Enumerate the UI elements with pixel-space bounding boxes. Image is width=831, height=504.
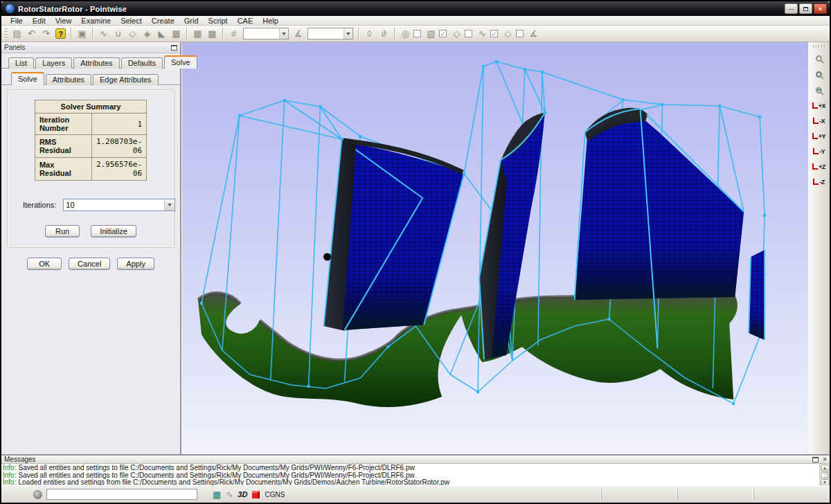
menu-script[interactable]: Script [204, 16, 233, 26]
selected-point-marker[interactable] [323, 253, 331, 261]
close-messages-icon[interactable]: × [823, 456, 827, 463]
iterations-combo[interactable] [63, 199, 175, 211]
panels-title: Panels [4, 44, 26, 51]
toolbar-drag-handle[interactable] [5, 28, 8, 40]
cae-format-label: CGNS [265, 491, 285, 498]
dimension-indicator: 3D [238, 490, 247, 498]
run-button[interactable]: Run [45, 225, 80, 237]
tab-defaults[interactable]: Defaults [121, 57, 163, 69]
subtab-attributes[interactable]: Attributes [46, 74, 91, 85]
show-database-icon[interactable]: ◎ [398, 27, 413, 41]
structured-grid-icon[interactable]: ▦ [190, 27, 205, 41]
close-button[interactable]: × [814, 3, 827, 14]
toolbar-drag-handle[interactable] [813, 45, 825, 48]
undo-icon[interactable]: ↶ [24, 27, 39, 41]
table-row: RMS Residual 1.208703e-06 [35, 135, 146, 158]
message-log[interactable]: Info:Saved all entities and settings to … [1, 464, 819, 487]
tab-solve[interactable]: Solve [164, 55, 197, 69]
create-connector-icon[interactable]: ∿ [96, 27, 111, 41]
messages-title: Messages [4, 456, 36, 463]
spacing-combo[interactable] [307, 28, 353, 39]
menu-select[interactable]: Select [116, 16, 147, 26]
menu-create[interactable]: Create [147, 16, 179, 26]
viewport-3d-scene[interactable] [182, 42, 808, 454]
restore-button[interactable] [799, 3, 812, 14]
viewport-3d[interactable] [181, 42, 807, 454]
dimension-combo-arrow[interactable] [279, 28, 288, 39]
scrollbar-thumb[interactable] [821, 472, 830, 478]
partial-derivative-icon[interactable]: ∂ [377, 27, 391, 41]
view-minus-z-button[interactable]: -Z [810, 174, 828, 189]
titlebar[interactable]: RotorStatorRotor - Pointwise — × [1, 1, 830, 16]
messages-header: Messages × [1, 456, 830, 464]
iterations-input[interactable] [64, 199, 164, 210]
view-minus-y-button[interactable]: -Y [810, 144, 828, 159]
help-icon[interactable]: ? [53, 27, 68, 41]
view-minus-x-button[interactable]: -X [810, 114, 828, 128]
subtab-edge-attributes[interactable]: Edge Attributes [93, 74, 159, 85]
zoom-icon[interactable] [811, 51, 828, 66]
tab-attributes[interactable]: Attributes [73, 57, 119, 69]
menu-edit[interactable]: Edit [28, 16, 51, 26]
create-curve-icon[interactable]: ∪ [111, 27, 125, 41]
save-icon[interactable]: ▤ [10, 27, 24, 41]
messages-scrollbar[interactable]: ▲ ▼ [819, 464, 830, 487]
menu-cae[interactable]: CAE [233, 16, 258, 26]
view-plus-z-button[interactable]: +Z [810, 159, 828, 174]
float-panel-icon[interactable] [171, 45, 177, 51]
axis-icon [813, 148, 819, 154]
view-plus-y-button[interactable]: +Y [810, 129, 828, 143]
tab-list[interactable]: List [8, 57, 34, 69]
subtab-solve[interactable]: Solve [11, 72, 44, 85]
dimension-combo[interactable] [243, 28, 289, 39]
initialize-button[interactable]: Initialize [91, 225, 136, 237]
minimize-button[interactable]: — [785, 3, 798, 14]
create-extrude-icon[interactable]: ◣ [154, 27, 169, 41]
solver-summary-table: Solver Summary Iteration Number 1 RMS Re… [35, 100, 147, 181]
spacing-combo-arrow[interactable] [343, 28, 352, 39]
cancel-button[interactable]: Cancel [69, 258, 110, 270]
create-block-icon[interactable]: ▦ [169, 27, 184, 41]
show-domains-icon[interactable]: ◇ [449, 27, 464, 41]
surface-icon[interactable]: ◊ [362, 27, 377, 41]
layers-icon[interactable]: ▣ [75, 27, 89, 41]
show-connectors-checkbox[interactable]: ✓ [490, 30, 498, 37]
show-angles-icon[interactable]: ∡ [526, 27, 541, 41]
tab-layers[interactable]: Layers [35, 57, 72, 69]
show-database-checkbox[interactable] [413, 30, 421, 37]
solve-groupbox: Solver Summary Iteration Number 1 RMS Re… [7, 89, 175, 248]
redo-icon[interactable]: ↷ [39, 27, 53, 41]
zoom-reset-icon[interactable] [811, 82, 828, 98]
iterations-combo-arrow[interactable] [164, 199, 175, 210]
show-blocks-icon[interactable]: ▧ [424, 27, 438, 41]
menu-grid[interactable]: Grid [179, 16, 204, 26]
create-domain-grid-icon[interactable]: ◈ [140, 27, 154, 41]
table-row: Max Residual 2.956576e-06 [35, 158, 146, 181]
create-domain-icon[interactable]: ◇ [125, 27, 140, 41]
dimension-icon[interactable]: # [226, 27, 241, 41]
spacing-input[interactable] [308, 28, 343, 39]
status-progress-field[interactable] [46, 489, 197, 500]
view-plus-x-button[interactable]: +X [810, 98, 828, 113]
axis-icon [812, 163, 818, 170]
dimension-input[interactable] [244, 28, 279, 39]
show-blocks-checkbox[interactable]: ✓ [439, 30, 447, 37]
menu-examine[interactable]: Examine [76, 16, 116, 26]
show-connectors-icon[interactable]: ∿ [475, 27, 490, 41]
show-domains-checkbox[interactable] [465, 30, 472, 37]
show-spacings-checkbox[interactable] [516, 30, 524, 37]
menu-help[interactable]: Help [258, 16, 283, 26]
iteration-number-label: Iteration Number [35, 114, 91, 135]
view-toolbar: +X -X +Y -Y +Z -Z [807, 42, 830, 454]
unstructured-grid-icon[interactable]: ▩ [205, 27, 220, 41]
messages-panel: Messages × Info:Saved all entities and s… [1, 454, 830, 485]
scroll-up-icon[interactable]: ▲ [821, 465, 830, 471]
apply-button[interactable]: Apply [117, 258, 154, 270]
zoom-to-fit-icon[interactable] [811, 66, 828, 82]
ok-button[interactable]: OK [27, 258, 62, 270]
menu-file[interactable]: File [6, 16, 28, 26]
show-spacings-icon[interactable]: ◇ [501, 27, 515, 41]
spacing-angle-icon[interactable]: ∡ [291, 27, 305, 41]
menu-view[interactable]: View [51, 16, 77, 26]
float-messages-icon[interactable] [812, 457, 819, 462]
